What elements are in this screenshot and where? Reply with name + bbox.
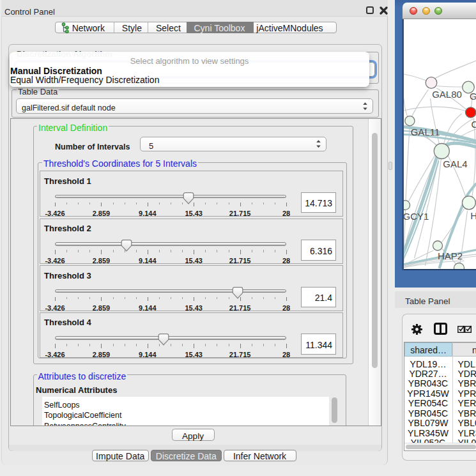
svg-text:HAP2: HAP2 xyxy=(437,250,462,261)
svg-text:GCY1: GCY1 xyxy=(404,211,429,222)
svg-text:GAL4: GAL4 xyxy=(443,158,467,169)
svg-text:GA: GA xyxy=(470,91,476,102)
svg-text:C: C xyxy=(471,119,476,130)
svg-text:GAL11: GAL11 xyxy=(410,127,440,137)
svg-text:HA: HA xyxy=(470,210,476,221)
svg-text:GAL80: GAL80 xyxy=(432,89,462,100)
